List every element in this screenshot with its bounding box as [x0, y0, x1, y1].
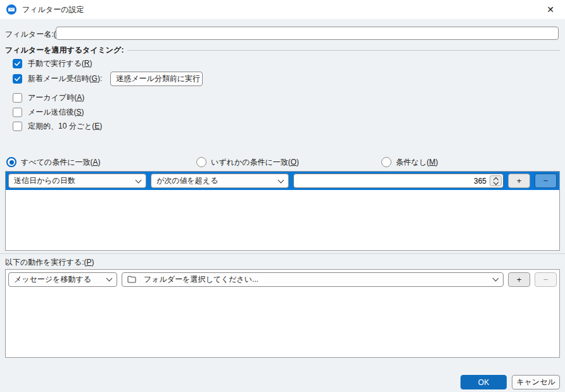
cancel-button[interactable]: キャンセル	[512, 375, 560, 389]
junk-timing-value: 迷惑メール分類前に実行	[116, 73, 200, 84]
action-folder-value: フォルダーを選択してください...	[144, 274, 258, 285]
checkbox-manual-run[interactable]: 手動で実行する(R)	[13, 57, 92, 70]
timing-legend: フィルターを適用するタイミング:	[5, 45, 124, 56]
action-row: メッセージを移動する フォルダーを選択してください... + −	[8, 272, 557, 287]
condition-attribute-dropdown[interactable]: 送信日からの日数	[8, 174, 146, 188]
checkbox-label: アーカイブ時(A)	[28, 92, 84, 103]
close-icon: ✕	[547, 4, 554, 15]
radio-icon	[196, 157, 206, 167]
radio-icon	[6, 157, 16, 167]
chevron-down-icon	[278, 177, 284, 183]
checkbox-label: 新着メール受信時(G):	[28, 73, 102, 84]
remove-action-button[interactable]: −	[535, 272, 557, 287]
radio-match-all[interactable]: すべての条件に一致(A)	[6, 156, 100, 168]
junk-timing-dropdown[interactable]: 迷惑メール分類前に実行	[110, 72, 203, 86]
ok-button[interactable]: OK	[460, 375, 507, 389]
condition-attribute-value: 送信日からの日数	[14, 175, 75, 186]
filter-name-input[interactable]	[56, 27, 559, 40]
checkbox-icon	[13, 59, 22, 68]
action-folder-dropdown[interactable]: フォルダーを選択してください...	[122, 272, 504, 287]
radio-match-none[interactable]: 条件なし(M)	[381, 156, 438, 168]
number-spinner[interactable]	[490, 175, 502, 186]
window-title: フィルターの設定	[22, 4, 84, 15]
remove-condition-button[interactable]: −	[535, 174, 557, 188]
timing-group-header: フィルターを適用するタイミング:	[5, 45, 560, 56]
checkbox-label: 手動で実行する(R)	[28, 58, 92, 69]
section-divider	[0, 253, 565, 254]
filter-rules-dialog: フィルターの設定 ✕ フィルター名:(I) フィルターを適用するタイミング: 手…	[0, 0, 565, 392]
condition-value-field	[293, 174, 504, 188]
radio-icon	[381, 157, 391, 167]
titlebar: フィルターの設定 ✕	[0, 0, 565, 19]
chevron-down-icon	[106, 275, 113, 282]
chevron-down-icon	[493, 275, 499, 282]
actions-list: メッセージを移動する フォルダーを選択してください... + −	[5, 269, 560, 358]
add-action-button[interactable]: +	[508, 272, 530, 287]
checkbox-icon	[13, 93, 22, 103]
condition-operator-dropdown[interactable]: が次の値を超える	[151, 174, 289, 188]
checkbox-label: メール送信後(S)	[28, 107, 84, 118]
add-condition-button[interactable]: +	[508, 174, 530, 188]
match-type-row: すべての条件に一致(A) いずれかの条件に一致(O) 条件なし(M)	[6, 156, 560, 168]
radio-match-any[interactable]: いずれかの条件に一致(O)	[196, 156, 299, 168]
radio-label: いずれかの条件に一致(O)	[211, 157, 299, 168]
legend-divider	[127, 50, 560, 51]
checkbox-icon	[13, 74, 22, 84]
close-button[interactable]: ✕	[536, 0, 565, 19]
condition-row: 送信日からの日数 が次の値を超える + −	[6, 172, 559, 190]
checkbox-after-sending[interactable]: メール送信後(S)	[13, 106, 84, 118]
radio-label: すべての条件に一致(A)	[21, 157, 100, 168]
filter-name-label: フィルター名:(I)	[5, 29, 61, 40]
actions-section-label: 以下の動作を実行する:(P)	[5, 257, 94, 268]
action-verb-dropdown[interactable]: メッセージを移動する	[8, 272, 117, 287]
condition-value-input[interactable]	[295, 177, 490, 186]
radio-label: 条件なし(M)	[396, 157, 438, 168]
folder-icon	[127, 275, 136, 283]
action-verb-value: メッセージを移動する	[14, 274, 91, 285]
chevron-down-icon	[136, 177, 142, 183]
checkbox-new-mail[interactable]: 新着メール受信時(G): 迷惑メール分類前に実行	[13, 72, 203, 85]
checkbox-icon	[13, 108, 22, 117]
conditions-list: 送信日からの日数 が次の値を超える + −	[5, 171, 560, 251]
checkbox-periodically[interactable]: 定期的、10 分ごと(E)	[13, 120, 102, 132]
checkbox-label: 定期的、10 分ごと(E)	[28, 121, 102, 132]
condition-operator-value: が次の値を超える	[156, 175, 218, 186]
checkbox-icon	[13, 122, 22, 131]
thunderbird-app-icon	[6, 4, 16, 15]
checkbox-archiving[interactable]: アーカイブ時(A)	[13, 91, 84, 104]
